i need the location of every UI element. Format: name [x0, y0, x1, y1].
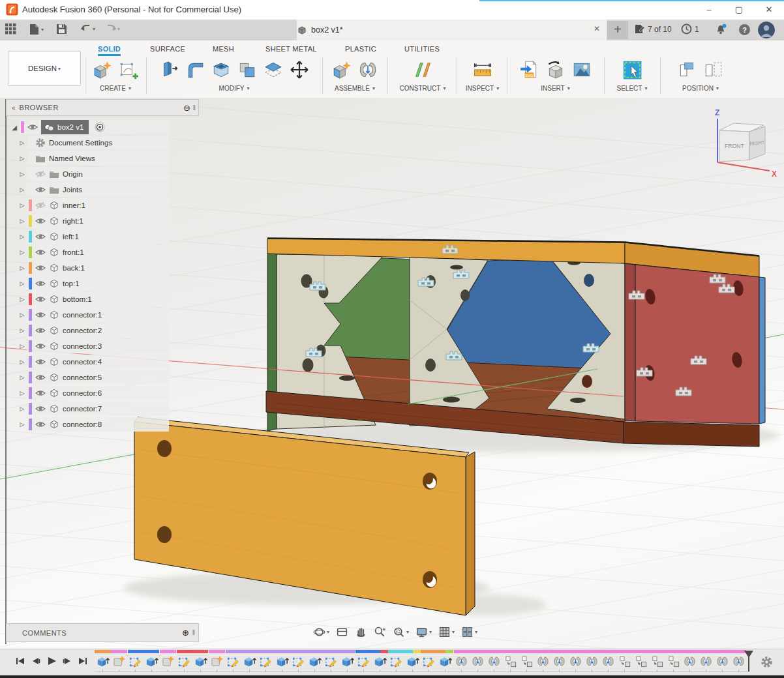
- browser-item-left-1[interactable]: ▷left:1: [6, 229, 199, 244]
- undo-icon[interactable]: ▾: [80, 23, 95, 34]
- viewcube-front-label[interactable]: FRONT: [725, 143, 744, 149]
- zoom-button[interactable]: [372, 625, 387, 640]
- row-body[interactable]: back:1: [27, 261, 169, 275]
- sketchedit-feature-icon[interactable]: [128, 655, 142, 668]
- 3d-viewport[interactable]: « BROWSER ⊖ ‖ ◢box2 v1▷Document Settings…: [0, 98, 784, 678]
- extrude-feature-icon[interactable]: [406, 655, 419, 668]
- row-body[interactable]: Document Settings: [27, 136, 169, 150]
- timeline-feature-component[interactable]: [665, 650, 682, 672]
- panel-grip-icon[interactable]: ‖: [192, 629, 195, 636]
- row-body[interactable]: connector:1: [27, 308, 169, 322]
- row-body[interactable]: left:1: [27, 229, 169, 244]
- browser-item-connector-1[interactable]: ▷connector:1: [6, 307, 199, 323]
- add-comment-icon[interactable]: ⊕: [182, 628, 189, 638]
- visibility-icon[interactable]: [27, 122, 38, 132]
- timeline-feature-sketch[interactable]: [111, 650, 127, 672]
- workspace-selector[interactable]: DESIGN ▾: [8, 51, 81, 86]
- extrude-feature-icon[interactable]: [96, 655, 110, 668]
- sketch-feature-icon[interactable]: [112, 655, 126, 668]
- grid-display-button[interactable]: ▾: [437, 625, 456, 640]
- expand-arrow-icon[interactable]: ▷: [18, 312, 27, 318]
- visibility-icon[interactable]: [35, 357, 46, 367]
- job-status-button[interactable]: 1: [681, 23, 699, 35]
- sketchedit-feature-icon[interactable]: [357, 655, 370, 668]
- tab-plastic[interactable]: PLASTIC: [342, 44, 379, 54]
- expand-arrow-icon[interactable]: ▷: [18, 249, 27, 256]
- sketchedit-feature-icon[interactable]: [177, 655, 191, 668]
- create-sketch-icon[interactable]: [118, 59, 139, 80]
- comments-panel[interactable]: COMMENTS ⊕ ‖: [6, 623, 199, 642]
- extrude-feature-icon[interactable]: [243, 655, 256, 668]
- browser-item-origin[interactable]: ▷Origin: [6, 166, 199, 182]
- visibility-icon[interactable]: [35, 294, 46, 304]
- expand-arrow-icon[interactable]: ▷: [18, 155, 27, 162]
- row-body[interactable]: connector:2: [27, 323, 169, 338]
- browser-item-front-1[interactable]: ▷front:1: [6, 244, 199, 260]
- timeline-feature-extrude[interactable]: [339, 650, 355, 672]
- timeline-feature-joint[interactable]: [567, 650, 584, 672]
- browser-item-connector-3[interactable]: ▷connector:3: [6, 338, 199, 354]
- timeline-feature-joint[interactable]: [535, 650, 551, 672]
- sketchedit-feature-icon[interactable]: [389, 655, 403, 668]
- look-at-button[interactable]: [335, 625, 350, 640]
- sketchedit-feature-icon[interactable]: [226, 655, 240, 668]
- expand-arrow-icon[interactable]: ▷: [18, 374, 27, 381]
- group-label-insert[interactable]: INSERT▾: [541, 85, 570, 92]
- timeline-playhead[interactable]: [744, 651, 753, 671]
- viewports-button[interactable]: ▾: [460, 625, 479, 640]
- visibility-icon[interactable]: [35, 278, 46, 289]
- joint-icon[interactable]: [357, 59, 378, 80]
- play-button[interactable]: [46, 655, 57, 668]
- sketchedit-feature-icon[interactable]: [324, 655, 338, 668]
- component-feature-icon[interactable]: [634, 655, 648, 668]
- tab-solid[interactable]: SOLID: [95, 44, 123, 57]
- expand-arrow-icon[interactable]: ▷: [18, 233, 27, 240]
- timeline-feature-component[interactable]: [649, 650, 665, 672]
- capture-position-icon[interactable]: [677, 59, 698, 80]
- row-body[interactable]: connector:6: [27, 386, 169, 400]
- timeline-feature-extrude[interactable]: [192, 650, 209, 672]
- timeline-feature-sketchedit[interactable]: [421, 650, 437, 672]
- sketchedit-feature-icon[interactable]: [422, 655, 436, 668]
- group-label-create[interactable]: CREATE▾: [100, 85, 131, 92]
- extrude-feature-icon[interactable]: [438, 655, 452, 668]
- collapse-panel-icon[interactable]: «: [12, 104, 16, 111]
- row-body[interactable]: connector:7: [27, 402, 169, 416]
- timeline-feature-sketch[interactable]: [160, 650, 176, 672]
- browser-item-right-1[interactable]: ▷right:1: [6, 213, 199, 229]
- timeline-feature-extrude[interactable]: [274, 650, 290, 672]
- row-body[interactable]: Origin: [27, 167, 169, 181]
- group-label-position[interactable]: POSITION▾: [682, 85, 719, 92]
- browser-root-row[interactable]: ◢box2 v1: [6, 119, 199, 135]
- browser-item-back-1[interactable]: ▷back:1: [6, 260, 199, 276]
- expand-arrow-icon[interactable]: ◢: [10, 124, 19, 131]
- sketch-feature-icon[interactable]: [210, 655, 224, 668]
- insert-mesh-icon[interactable]: [545, 59, 566, 80]
- close-tab-icon[interactable]: ✕: [594, 24, 600, 33]
- visibility-icon[interactable]: [35, 341, 46, 351]
- timeline-feature-joint[interactable]: [453, 650, 470, 672]
- file-menu-icon[interactable]: ▾: [29, 23, 44, 35]
- sketch-feature-icon[interactable]: [161, 655, 175, 668]
- timeline-feature-component[interactable]: [616, 650, 633, 672]
- orbit-button[interactable]: ▾: [312, 625, 331, 640]
- joint-feature-icon[interactable]: [683, 655, 697, 668]
- visibility-icon[interactable]: [35, 184, 46, 195]
- group-label-select[interactable]: SELECT▾: [617, 85, 648, 92]
- canvas-icon[interactable]: [571, 59, 592, 80]
- visibility-icon[interactable]: [35, 404, 46, 414]
- component-feature-icon[interactable]: [650, 655, 664, 668]
- visibility-icon[interactable]: [35, 372, 46, 383]
- activate-component-radio[interactable]: [95, 122, 105, 132]
- measure-icon[interactable]: [472, 59, 494, 81]
- row-body[interactable]: top:1: [27, 276, 169, 291]
- expand-arrow-icon[interactable]: ▷: [18, 218, 27, 224]
- browser-item-bottom-1[interactable]: ▷bottom:1: [6, 291, 199, 307]
- insert-svg-icon[interactable]: SVG: [519, 59, 540, 80]
- browser-item-connector-2[interactable]: ▷connector:2: [6, 323, 199, 338]
- visibility-icon[interactable]: [35, 247, 46, 258]
- tab-mesh[interactable]: MESH: [210, 44, 237, 54]
- step-forward-button[interactable]: [61, 655, 73, 668]
- timeline-feature-extrude[interactable]: [372, 650, 388, 672]
- visibility-icon[interactable]: [35, 263, 46, 273]
